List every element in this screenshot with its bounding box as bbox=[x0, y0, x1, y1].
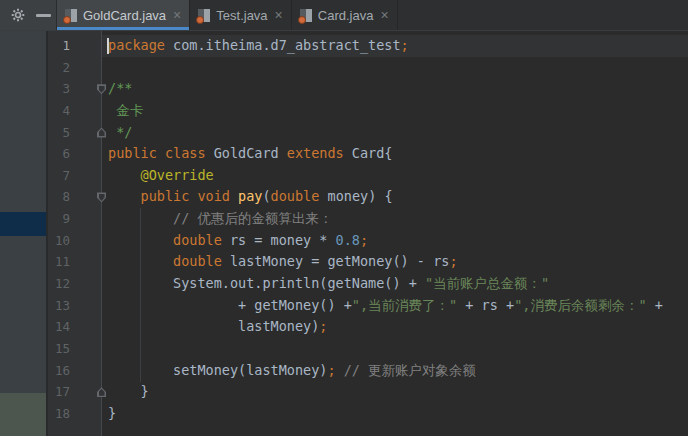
code-text: double lastMoney = getMoney() - rs; bbox=[101, 251, 458, 273]
panel-header bbox=[0, 0, 57, 30]
line-number: 18 bbox=[48, 403, 70, 425]
tab-label: Card.java bbox=[318, 8, 374, 23]
code-line[interactable]: 16 setMoney(lastMoney); // 更新账户对象余额 bbox=[48, 360, 688, 382]
code-token: double bbox=[271, 188, 320, 204]
fold-gutter-cell bbox=[70, 403, 101, 425]
code-token: public class bbox=[108, 145, 214, 161]
code-token: com.itheima.d7_abstract_test bbox=[173, 37, 401, 53]
tab-close-icon[interactable]: × bbox=[173, 8, 181, 22]
code-editor[interactable]: 1package com.itheima.d7_abstract_test;23… bbox=[48, 30, 688, 436]
editor-tab-bar: GoldCard.java×Test.java×Card.java× bbox=[0, 0, 688, 31]
code-token: @Override bbox=[141, 167, 214, 183]
fold-gutter-cell bbox=[70, 251, 101, 273]
line-number: 1 bbox=[48, 35, 70, 57]
hide-panel-icon[interactable] bbox=[36, 14, 51, 17]
code-token: extends bbox=[287, 145, 352, 161]
fold-gutter-cell bbox=[70, 165, 101, 187]
code-token: money) { bbox=[319, 188, 392, 204]
line-number: 9 bbox=[48, 208, 70, 230]
code-text: @Override bbox=[101, 165, 214, 187]
code-line[interactable]: 9 // 优惠后的金额算出来： bbox=[48, 208, 688, 230]
tab-close-icon[interactable]: × bbox=[380, 8, 388, 22]
gear-icon[interactable] bbox=[10, 7, 26, 23]
code-line[interactable]: 3/** bbox=[48, 78, 688, 100]
code-token: public void bbox=[141, 188, 239, 204]
code-line[interactable]: 7 @Override bbox=[48, 165, 688, 187]
code-token: } bbox=[108, 405, 116, 421]
code-text: public void pay(double money) { bbox=[101, 186, 393, 208]
line-number: 2 bbox=[48, 57, 70, 79]
code-token: ; bbox=[401, 37, 409, 53]
code-token: } bbox=[108, 383, 149, 399]
fold-gutter-cell bbox=[70, 360, 101, 382]
fold-gutter-cell bbox=[70, 186, 101, 208]
code-text: + getMoney() +",当前消费了：" + rs +",消费后余额剩余：… bbox=[101, 295, 663, 317]
code-line[interactable]: 13 + getMoney() +",当前消费了：" + rs +",消费后余额… bbox=[48, 295, 688, 317]
code-line[interactable]: 14 lastMoney); bbox=[48, 316, 688, 338]
project-panel-green-band bbox=[0, 393, 46, 436]
code-token: package bbox=[108, 37, 173, 53]
code-text: // 优惠后的金额算出来： bbox=[101, 208, 332, 230]
fold-gutter-cell bbox=[70, 208, 101, 230]
code-line[interactable]: 6public class GoldCard extends Card{ bbox=[48, 143, 688, 165]
code-text bbox=[101, 57, 108, 79]
code-token: ; bbox=[327, 362, 335, 378]
code-text: System.out.println(getName() + "当前账户总金额：… bbox=[101, 273, 549, 295]
code-line[interactable]: 18} bbox=[48, 403, 688, 425]
java-file-icon bbox=[300, 9, 312, 22]
fold-gutter-cell bbox=[70, 100, 101, 122]
tab-goldcard-java[interactable]: GoldCard.java× bbox=[57, 0, 190, 30]
code-token: double bbox=[173, 232, 230, 248]
code-line[interactable]: 10 double rs = money * 0.8; bbox=[48, 230, 688, 252]
code-token: ; bbox=[360, 232, 368, 248]
code-line[interactable]: 17 } bbox=[48, 381, 688, 403]
line-number: 7 bbox=[48, 165, 70, 187]
project-panel-strip[interactable] bbox=[0, 30, 46, 436]
code-token: ",当前消费了：" bbox=[352, 297, 457, 313]
code-token: ; bbox=[449, 253, 457, 269]
code-text: double rs = money * 0.8; bbox=[101, 230, 368, 252]
code-token bbox=[108, 167, 141, 183]
line-number: 5 bbox=[48, 122, 70, 144]
line-number: 16 bbox=[48, 360, 70, 382]
fold-gutter-cell bbox=[70, 143, 101, 165]
line-number: 8 bbox=[48, 186, 70, 208]
line-number: 15 bbox=[48, 338, 70, 360]
code-token: */ bbox=[108, 124, 132, 140]
fold-gutter-cell bbox=[70, 295, 101, 317]
indent-guide bbox=[140, 208, 141, 382]
tab-test-java[interactable]: Test.java× bbox=[190, 0, 292, 30]
code-line[interactable]: 12 System.out.println(getName() + "当前账户总… bbox=[48, 273, 688, 295]
code-token: + rs + bbox=[457, 297, 514, 313]
tab-card-java[interactable]: Card.java× bbox=[292, 0, 398, 30]
code-token: // 优惠后的金额算出来： bbox=[108, 210, 332, 226]
code-token: "当前账户总金额：" bbox=[425, 275, 549, 291]
code-line[interactable]: 4 金卡 bbox=[48, 100, 688, 122]
line-number: 14 bbox=[48, 316, 70, 338]
code-line[interactable]: 11 double lastMoney = getMoney() - rs; bbox=[48, 251, 688, 273]
tab-label: Test.java bbox=[216, 8, 267, 23]
code-token: lastMoney = getMoney() - rs bbox=[230, 253, 449, 269]
line-number: 12 bbox=[48, 273, 70, 295]
code-text: package com.itheima.d7_abstract_test; bbox=[101, 35, 409, 57]
code-line[interactable]: 15 bbox=[48, 338, 688, 360]
code-token: /** bbox=[108, 80, 132, 96]
code-text: } bbox=[101, 381, 149, 403]
code-token: // 更新账户对象余额 bbox=[336, 362, 477, 378]
code-line[interactable]: 1package com.itheima.d7_abstract_test; bbox=[48, 35, 688, 57]
java-file-icon bbox=[198, 9, 210, 22]
code-line[interactable]: 2 bbox=[48, 57, 688, 79]
code-line[interactable]: 5 */ bbox=[48, 122, 688, 144]
fold-gutter-cell bbox=[70, 338, 101, 360]
code-token: ( bbox=[262, 188, 270, 204]
code-token: 金卡 bbox=[108, 102, 143, 118]
tabs-container: GoldCard.java×Test.java×Card.java× bbox=[57, 0, 398, 30]
line-number: 11 bbox=[48, 251, 70, 273]
project-panel-selection-band bbox=[0, 212, 46, 236]
tab-label: GoldCard.java bbox=[83, 8, 166, 23]
line-number: 3 bbox=[48, 78, 70, 100]
java-file-icon bbox=[65, 9, 77, 22]
code-line[interactable]: 8 public void pay(double money) { bbox=[48, 186, 688, 208]
tab-close-icon[interactable]: × bbox=[275, 8, 283, 22]
fold-gutter-cell bbox=[70, 273, 101, 295]
